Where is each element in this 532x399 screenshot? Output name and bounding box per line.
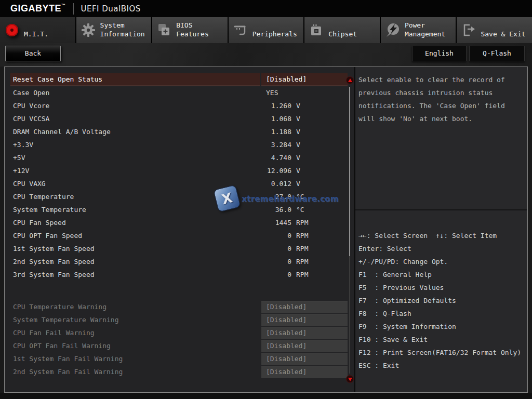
- legend-line: ESC : Exit: [358, 359, 525, 372]
- settings-row[interactable]: CPU VCCSA 1.068V: [5, 112, 354, 125]
- setting-value-number: 3.284: [266, 138, 291, 151]
- setting-value: 1445RPM: [261, 216, 348, 229]
- setting-label: DRAM Channel A/B Voltage: [10, 125, 260, 138]
- scroll-down-arrow[interactable]: [346, 375, 354, 383]
- scrollbar-thumb[interactable]: [349, 87, 350, 256]
- subheader: Back English Q-Flash: [0, 43, 532, 66]
- setting-value-number: 0: [266, 268, 291, 281]
- setting-label: 3rd System Fan Speed: [10, 268, 260, 281]
- settings-row[interactable]: CPU OPT Fan Speed 0RPM: [5, 229, 354, 242]
- setting-value-number: 0: [266, 255, 291, 268]
- setting-value-unit: V: [296, 138, 300, 151]
- settings-row[interactable]: DRAM Channel A/B Voltage 1.188V: [5, 125, 354, 138]
- trademark-symbol: ™: [61, 3, 66, 8]
- setting-value: 0.012V: [261, 177, 348, 190]
- setting-label: CPU VCCSA: [10, 112, 260, 125]
- back-button[interactable]: Back: [5, 46, 61, 61]
- legend-line: F7 : Optimized Defaults: [358, 294, 525, 307]
- settings-row[interactable]: Reset Case Open Status [Disabled]: [5, 73, 354, 86]
- settings-row[interactable]: CPU VAXG 0.012V: [5, 177, 354, 190]
- setting-value-unit: RPM: [296, 229, 308, 242]
- mit-dial-icon: [4, 22, 20, 38]
- tab-save-exit[interactable]: Save & Exit: [457, 17, 532, 43]
- chipset-icon: [309, 22, 324, 38]
- scroll-up-arrow[interactable]: [346, 76, 354, 84]
- setting-value-text: [Disabled]: [266, 301, 307, 313]
- footer-strip: [0, 393, 532, 399]
- setting-value-text: [Disabled]: [266, 353, 307, 365]
- topbar-separator: [73, 3, 74, 15]
- setting-label: Case Open: [10, 86, 260, 99]
- scrollbar[interactable]: [349, 87, 350, 374]
- setting-value-number: 36.0: [266, 203, 291, 216]
- tab-mit[interactable]: M.I.T.: [0, 17, 75, 43]
- tab-system-information[interactable]: System Information: [76, 17, 152, 43]
- tab-chipset[interactable]: Chipset: [304, 17, 380, 43]
- setting-value-unit: RPM: [296, 268, 308, 281]
- setting-label: CPU Fan Speed: [10, 216, 260, 229]
- settings-row[interactable]: Case Open YES: [5, 86, 354, 99]
- qflash-button[interactable]: Q-Flash: [469, 46, 525, 61]
- setting-value-number: 1445: [266, 216, 291, 229]
- setting-value: [Disabled]: [261, 327, 348, 339]
- setting-label: CPU OPT Fan Fail Warning: [10, 339, 260, 352]
- setting-value-unit: °C: [296, 190, 304, 203]
- settings-row[interactable]: 2nd System Fan Speed 0RPM: [5, 255, 354, 268]
- settings-row[interactable]: +12V 12.096V: [5, 164, 354, 177]
- setting-value-unit: V: [296, 177, 300, 190]
- help-line: previous chassis intrusion status: [358, 86, 523, 99]
- settings-row[interactable]: 1st System Fan Speed 0RPM: [5, 242, 354, 255]
- setting-value-unit: RPM: [296, 255, 308, 268]
- tab-label-line: Save & Exit: [481, 30, 525, 38]
- setting-value-unit: V: [296, 164, 300, 177]
- setting-value: 1.068V: [261, 112, 348, 125]
- content-frame: Reset Case Open Status [Disabled] Case O…: [4, 66, 528, 393]
- settings-row[interactable]: +3.3V 3.284V: [5, 138, 354, 151]
- help-panel: Select enable to clear the record of pre…: [355, 67, 527, 392]
- settings-row-disabled: CPU Fan Fail Warning [Disabled]: [5, 326, 354, 339]
- tab-peripherals[interactable]: Peripherals: [229, 17, 304, 43]
- setting-value: 1.188V: [261, 125, 348, 138]
- settings-row[interactable]: System Temperature 36.0°C: [5, 203, 354, 216]
- settings-row-disabled: CPU Temperature Warning [Disabled]: [5, 300, 354, 313]
- tab-bios-features[interactable]: BIOS Features: [152, 17, 228, 43]
- tab-power-management[interactable]: Power Management: [381, 17, 456, 43]
- settings-rows: Reset Case Open Status [Disabled] Case O…: [5, 67, 354, 281]
- setting-value: 4.740V: [261, 151, 348, 164]
- legend-line: F12 : Print Screen(FAT16/32 Format Only): [358, 346, 525, 359]
- setting-value: 12.096V: [261, 164, 348, 177]
- setting-value-number: 1.188: [266, 125, 291, 138]
- tab-label-line: Management: [405, 30, 445, 38]
- setting-value: 0RPM: [261, 229, 348, 242]
- legend-line: F8 : Q-Flash: [358, 307, 525, 320]
- tab-label-line: BIOS: [176, 21, 209, 30]
- setting-value: 3.284V: [261, 138, 348, 151]
- setting-value-unit: RPM: [296, 242, 308, 255]
- setting-value-number: 0.012: [266, 177, 291, 190]
- setting-label: 2nd System Fan Speed: [10, 255, 260, 268]
- help-line: will show 'No' at next boot.: [358, 112, 523, 125]
- setting-value-number: 1.260: [266, 99, 291, 112]
- language-button[interactable]: English: [412, 46, 467, 61]
- setting-value-unit: V: [296, 125, 300, 138]
- legend-line: F5 : Previous Values: [358, 281, 525, 294]
- warning-rows: CPU Temperature Warning [Disabled] Syste…: [5, 294, 354, 378]
- settings-row[interactable]: CPU Vcore 1.260V: [5, 99, 354, 112]
- setting-value: [Disabled]: [261, 301, 348, 313]
- setting-value: 0RPM: [261, 268, 348, 281]
- setting-label: +3.3V: [10, 138, 260, 151]
- setting-label: 1st System Fan Fail Warning: [10, 352, 260, 365]
- settings-row[interactable]: CPU Temperature 27.0°C: [5, 190, 354, 203]
- settings-row-disabled: CPU OPT Fan Fail Warning [Disabled]: [5, 339, 354, 352]
- settings-row[interactable]: CPU Fan Speed 1445RPM: [5, 216, 354, 229]
- settings-row[interactable]: 3rd System Fan Speed 0RPM: [5, 268, 354, 281]
- settings-panel: Reset Case Open Status [Disabled] Case O…: [5, 67, 354, 392]
- settings-row[interactable]: +5V 4.740V: [5, 151, 354, 164]
- setting-label: Reset Case Open Status: [10, 73, 260, 86]
- setting-value: 27.0°C: [261, 190, 348, 203]
- setting-value-number: 4.740: [266, 151, 291, 164]
- setting-value-number: 0: [266, 242, 291, 255]
- bios-screen: GIGABYTE™ UEFI DualBIOS M.I.T. System In…: [0, 0, 532, 399]
- setting-value-text: [Disabled]: [266, 314, 307, 326]
- bios-product-title: UEFI DualBIOS: [81, 4, 141, 14]
